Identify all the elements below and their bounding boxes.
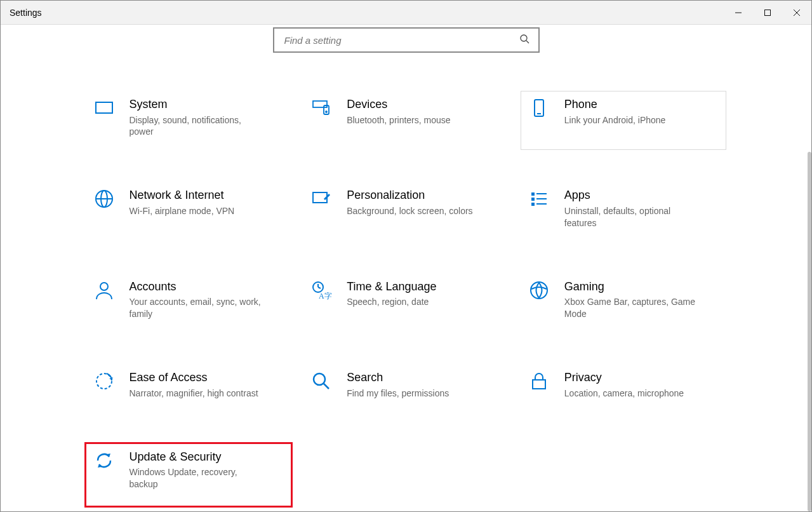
- network-icon: [93, 187, 116, 210]
- devices-icon: [310, 97, 333, 119]
- svg-rect-33: [533, 380, 545, 389]
- tile-time-language[interactable]: A字 Time & Language Speech, region, date: [303, 273, 509, 332]
- tile-sub: Speech, region, date: [347, 296, 480, 308]
- minimize-button[interactable]: [724, 1, 753, 24]
- tile-sub: Display, sound, notifications, power: [130, 114, 263, 138]
- tile-title: Time & Language: [347, 280, 500, 294]
- svg-line-26: [318, 287, 321, 288]
- content-area: System Display, sound, notifications, po…: [1, 25, 811, 511]
- tile-phone[interactable]: Phone Link your Android, iPhone: [521, 91, 727, 150]
- tile-title: Privacy: [564, 371, 717, 385]
- tile-privacy[interactable]: Privacy Location, camera, microphone: [521, 364, 727, 411]
- tile-title: Phone: [564, 98, 717, 112]
- tile-title: Update & Security: [130, 450, 283, 464]
- personalization-icon: [310, 187, 333, 210]
- tile-sub: Uninstall, defaults, optional features: [564, 205, 698, 229]
- tile-title: Ease of Access: [130, 371, 283, 385]
- svg-rect-21: [536, 198, 547, 199]
- tile-sub: Narrator, magnifier, high contrast: [130, 387, 263, 400]
- tile-network[interactable]: Network & Internet Wi-Fi, airplane mode,…: [86, 182, 292, 241]
- apps-icon: [528, 187, 550, 210]
- tile-sub: Xbox Game Bar, captures, Game Mode: [564, 296, 698, 320]
- tile-personalization[interactable]: Personalization Background, lock screen,…: [303, 182, 509, 241]
- tile-title: Apps: [564, 189, 717, 203]
- settings-window: Settings Sy: [0, 0, 812, 512]
- close-icon: [793, 9, 801, 17]
- window-buttons: [724, 1, 811, 24]
- svg-rect-8: [313, 101, 327, 107]
- svg-point-28: [531, 282, 547, 299]
- svg-rect-22: [536, 203, 547, 205]
- gaming-icon: [528, 279, 550, 302]
- svg-point-31: [314, 374, 325, 385]
- svg-rect-17: [531, 192, 535, 196]
- tile-search[interactable]: Search Find my files, permissions: [303, 364, 509, 411]
- svg-point-10: [326, 111, 327, 112]
- svg-rect-19: [531, 203, 535, 206]
- window-title: Settings: [10, 8, 42, 18]
- svg-point-4: [521, 35, 527, 41]
- maximize-icon: [764, 9, 771, 17]
- svg-line-5: [526, 41, 529, 43]
- tile-title: Network & Internet: [130, 189, 283, 203]
- close-button[interactable]: [782, 1, 811, 24]
- minimize-icon: [735, 9, 742, 17]
- update-security-icon: [93, 449, 116, 472]
- tile-sub: Find my files, permissions: [347, 387, 480, 400]
- svg-text:A字: A字: [319, 292, 331, 300]
- titlebar: Settings: [1, 1, 811, 25]
- ease-of-access-icon: [93, 370, 116, 393]
- tile-accounts[interactable]: Accounts Your accounts, email, sync, wor…: [86, 273, 292, 332]
- svg-line-32: [324, 384, 329, 389]
- tile-apps[interactable]: Apps Uninstall, defaults, optional featu…: [521, 182, 727, 241]
- tile-title: Devices: [347, 98, 500, 112]
- search-icon: [519, 34, 529, 46]
- tile-title: Personalization: [347, 189, 500, 203]
- search-input[interactable]: [283, 34, 519, 46]
- privacy-icon: [528, 370, 550, 393]
- system-icon: [93, 97, 116, 119]
- accounts-icon: [93, 279, 116, 302]
- svg-rect-1: [765, 10, 771, 15]
- tile-sub: Link your Android, iPhone: [564, 114, 698, 126]
- tile-sub: Wi-Fi, airplane mode, VPN: [130, 205, 263, 217]
- tile-sub: Your accounts, email, sync, work, family: [130, 296, 263, 320]
- tile-gaming[interactable]: Gaming Xbox Game Bar, captures, Game Mod…: [521, 273, 727, 332]
- svg-point-23: [100, 283, 108, 290]
- tile-sub: Location, camera, microphone: [564, 387, 698, 400]
- scrollbar[interactable]: [808, 152, 811, 511]
- tile-system[interactable]: System Display, sound, notifications, po…: [86, 91, 292, 150]
- svg-rect-20: [536, 193, 547, 194]
- svg-rect-18: [531, 198, 535, 201]
- maximize-button[interactable]: [753, 1, 782, 24]
- tile-title: Gaming: [564, 280, 717, 294]
- tile-title: Accounts: [130, 280, 283, 294]
- svg-rect-16: [313, 192, 327, 203]
- svg-rect-6: [96, 102, 112, 113]
- tile-sub: Background, lock screen, colors: [347, 205, 480, 217]
- tile-devices[interactable]: Devices Bluetooth, printers, mouse: [303, 91, 509, 150]
- tile-sub: Bluetooth, printers, mouse: [347, 114, 480, 126]
- tile-update-security[interactable]: Update & Security Windows Update, recove…: [86, 443, 292, 506]
- search-category-icon: [310, 370, 333, 393]
- tile-ease-of-access[interactable]: Ease of Access Narrator, magnifier, high…: [86, 364, 292, 411]
- tile-title: Search: [347, 371, 500, 385]
- settings-grid: System Display, sound, notifications, po…: [86, 91, 727, 506]
- time-language-icon: A字: [310, 279, 333, 302]
- tile-sub: Windows Update, recovery, backup: [130, 466, 263, 490]
- tile-title: System: [130, 98, 283, 112]
- phone-icon: [528, 97, 550, 119]
- search-bar[interactable]: [273, 27, 540, 53]
